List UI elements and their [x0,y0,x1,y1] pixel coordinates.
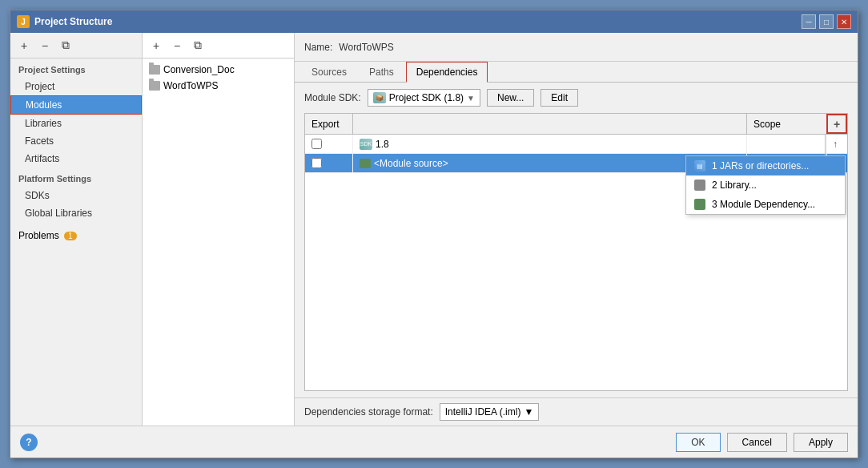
tree-body: Conversion_Doc WordToWPS [143,58,294,426]
minimize-button[interactable]: ─ [802,14,816,29]
tree-item-word-to-wps[interactable]: WordToWPS [143,78,294,94]
sidebar-item-artifacts[interactable]: Artifacts [10,150,142,167]
tab-sources[interactable]: Sources [301,62,357,82]
tree-panel: + − ⧉ Conversion_Doc WordToWPS [143,33,295,426]
sidebar-item-global-libraries[interactable]: Global Libraries [10,204,142,222]
platform-settings-title: Platform Settings [10,167,142,187]
problems-label: Problems [18,230,59,241]
dep-row-jdk[interactable]: SDK 1.8 [305,135,847,154]
sdk-row: Module SDK: 📦 Project SDK (1.8) ▼ New...… [295,83,858,113]
project-settings-title: Project Settings [10,58,142,78]
tree-item-label: Conversion_Doc [163,64,235,75]
sidebar-item-modules[interactable]: Modules [10,95,142,115]
tree-copy-button[interactable]: ⧉ [189,37,207,54]
col-export: Export [305,114,353,134]
apply-button[interactable]: Apply [794,433,848,452]
tree-add-button[interactable]: + [147,37,165,54]
sidebar: + − ⧉ Project Settings Project Modules L… [10,33,143,426]
main-window: J Project Structure ─ □ ✕ + − ⧉ Project … [10,10,858,458]
main-content: Name: WordToWPS Sources Paths Dependenci… [295,33,858,426]
window-title: Project Structure [34,16,112,27]
problems-row[interactable]: Problems 1 [10,225,142,244]
source-folder-icon [360,159,371,168]
folder-icon [149,65,160,75]
dep-name: SDK 1.8 [353,139,746,150]
dropdown-item-library[interactable]: 2 Library... [686,176,845,195]
jars-icon: ▤ [694,160,705,171]
module-dep-icon [694,199,705,210]
sdk-icon: 📦 [373,92,386,103]
copy-module-button[interactable]: ⧉ [57,37,74,54]
tab-dependencies[interactable]: Dependencies [406,62,488,83]
app-icon: J [17,15,30,28]
sdk-arrow-icon: ▼ [467,94,475,103]
add-dropdown-menu: ▤ 1 JARs or directories... 2 Library... … [685,155,846,215]
dep-export-checkbox[interactable] [311,158,322,168]
sidebar-item-sdks[interactable]: SDKs [10,187,142,204]
dep-label: <Module source> [374,158,448,169]
dropdown-item-label: 2 Library... [712,180,757,191]
dep-check [305,154,353,172]
tree-item-label: WordToWPS [163,80,218,91]
name-row: Name: WordToWPS [295,33,858,62]
dep-sdk-icon: SDK [360,139,372,150]
dep-check [305,135,353,153]
storage-value: IntelliJ IDEA (.iml) [445,406,521,418]
title-bar-left: J Project Structure [17,15,112,28]
title-bar-controls: ─ □ ✕ [802,14,851,29]
dropdown-item-label: 3 Module Dependency... [712,199,815,210]
dep-scope [746,135,826,153]
add-module-button[interactable]: + [15,37,33,54]
tabs-row: Sources Paths Dependencies [295,62,858,83]
module-name-value: WordToWPS [339,42,393,53]
tree-item-conversion-doc[interactable]: Conversion_Doc [143,62,294,78]
storage-label: Dependencies storage format: [304,406,433,418]
sdk-label: Module SDK: [304,92,361,103]
dialog-footer: ? OK Cancel Apply [10,426,858,458]
sdk-dropdown[interactable]: 📦 Project SDK (1.8) ▼ [368,89,480,107]
remove-module-button[interactable]: − [36,37,54,54]
sidebar-toolbar: + − ⧉ [10,33,142,58]
tab-paths[interactable]: Paths [359,62,404,82]
sidebar-item-libraries[interactable]: Libraries [10,115,142,132]
storage-row: Dependencies storage format: IntelliJ ID… [295,397,858,426]
sdk-new-button[interactable]: New... [487,89,534,107]
add-dep-button[interactable]: + [826,114,847,134]
dep-label: 1.8 [376,139,389,150]
close-button[interactable]: ✕ [837,14,851,29]
dropdown-item-jars[interactable]: ▤ 1 JARs or directories... [686,156,845,176]
problems-badge: 1 [64,232,77,240]
tree-remove-button[interactable]: − [168,37,186,54]
title-bar: J Project Structure ─ □ ✕ [10,10,858,33]
dep-table-wrapper: Export Scope + SDK 1.8 [304,113,848,391]
maximize-button[interactable]: □ [819,14,834,29]
sdk-value: Project SDK (1.8) [389,92,464,103]
folder-icon [149,81,160,91]
sidebar-item-project[interactable]: Project [10,78,142,95]
dep-table-header: Export Scope + [305,114,847,135]
storage-arrow-icon: ▼ [524,406,533,418]
move-up-button[interactable]: ↑ [826,135,845,154]
dropdown-item-module-dep[interactable]: 3 Module Dependency... [686,195,845,214]
cancel-button[interactable]: Cancel [727,433,787,452]
window-body: + − ⧉ Project Settings Project Modules L… [10,33,858,426]
ok-button[interactable]: OK [676,433,720,452]
dep-export-checkbox[interactable] [311,139,322,149]
dropdown-item-label: 1 JARs or directories... [712,160,809,171]
sdk-edit-button[interactable]: Edit [540,89,578,107]
sidebar-item-facets[interactable]: Facets [10,132,142,150]
name-label: Name: [304,42,332,53]
col-scope: Scope [746,114,826,134]
library-icon [694,180,705,191]
help-button[interactable]: ? [20,434,38,451]
storage-dropdown[interactable]: IntelliJ IDEA (.iml) ▼ [440,403,540,421]
tree-toolbar: + − ⧉ [143,33,294,58]
